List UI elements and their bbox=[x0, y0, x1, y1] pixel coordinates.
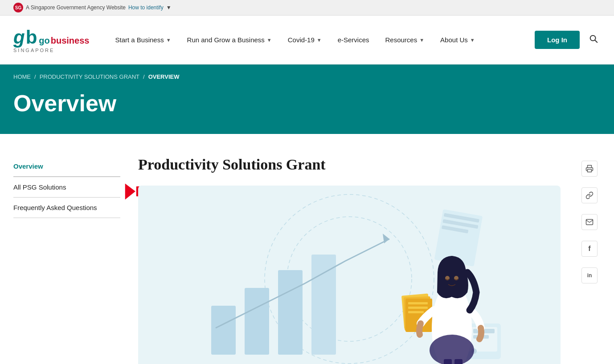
sg-logo: SG bbox=[13, 3, 23, 12]
sidebar: Overview All PSG Solutions Frequently As… bbox=[13, 156, 120, 218]
email-button[interactable] bbox=[581, 214, 598, 230]
sidebar-item-overview[interactable]: Overview bbox=[13, 156, 120, 177]
content-area: Productivity Solutions Grant bbox=[138, 156, 561, 364]
main-content: Overview All PSG Solutions Frequently As… bbox=[0, 134, 614, 364]
search-button[interactable] bbox=[586, 32, 601, 48]
chevron-down-icon: ▼ bbox=[419, 37, 424, 43]
social-sidebar: f in bbox=[578, 156, 601, 364]
gov-bar: SG A Singapore Government Agency Website… bbox=[0, 0, 614, 16]
chevron-down-icon: ▼ bbox=[166, 37, 171, 43]
linkedin-icon: in bbox=[587, 272, 592, 279]
hero-banner: HOME / PRODUCTIVITY SOLUTIONS GRANT / OV… bbox=[0, 65, 614, 134]
svg-line-1 bbox=[595, 40, 597, 42]
logo-word1: go bbox=[39, 35, 49, 46]
svg-rect-10 bbox=[245, 288, 269, 355]
svg-rect-27 bbox=[408, 302, 428, 304]
linkedin-button[interactable]: in bbox=[581, 267, 598, 283]
svg-rect-38 bbox=[588, 170, 592, 172]
breadcrumb-current: OVERVIEW bbox=[148, 73, 180, 80]
login-button[interactable]: Log In bbox=[535, 31, 580, 49]
breadcrumb-sep-2: / bbox=[143, 73, 145, 80]
copy-link-button[interactable] bbox=[581, 187, 598, 203]
sidebar-item-all-psg[interactable]: All PSG Solutions bbox=[13, 177, 120, 198]
chevron-down-icon: ▼ bbox=[470, 37, 475, 43]
nav-eservices[interactable]: e-Services bbox=[330, 16, 377, 65]
breadcrumb-home[interactable]: HOME bbox=[13, 73, 31, 80]
header: g b gobusiness SINGAPORE Start a Busines… bbox=[0, 16, 614, 65]
chevron-down-icon: ▼ bbox=[267, 37, 272, 43]
svg-rect-29 bbox=[408, 311, 424, 313]
illustration-svg bbox=[138, 186, 561, 364]
svg-rect-28 bbox=[408, 307, 428, 309]
facebook-icon: f bbox=[588, 245, 590, 253]
search-icon bbox=[589, 34, 598, 44]
nav-run-grow[interactable]: Run and Grow a Business ▼ bbox=[179, 16, 280, 65]
svg-rect-9 bbox=[211, 306, 236, 355]
logo-word2: business bbox=[51, 35, 90, 46]
facebook-button[interactable]: f bbox=[581, 241, 598, 257]
content-title: Productivity Solutions Grant bbox=[138, 156, 561, 173]
breadcrumb-sep-1: / bbox=[34, 73, 36, 80]
svg-rect-37 bbox=[454, 359, 463, 364]
logo-link[interactable]: g b gobusiness SINGAPORE bbox=[13, 26, 89, 54]
nav-actions: Log In bbox=[535, 31, 601, 49]
logo-sub: SINGAPORE bbox=[13, 48, 89, 53]
nav-resources[interactable]: Resources ▼ bbox=[377, 16, 433, 65]
content-image bbox=[138, 186, 561, 364]
print-button[interactable] bbox=[581, 161, 598, 177]
svg-marker-3 bbox=[125, 183, 136, 200]
chevron-down-icon: ▼ bbox=[166, 4, 172, 11]
nav-start-business[interactable]: Start a Business ▼ bbox=[107, 16, 179, 65]
gov-text: A Singapore Government Agency Website bbox=[26, 4, 126, 11]
page-title: Overview bbox=[13, 91, 601, 116]
chevron-down-icon: ▼ bbox=[317, 37, 322, 43]
nav-covid[interactable]: Covid-19 ▼ bbox=[280, 16, 330, 65]
svg-rect-11 bbox=[278, 270, 303, 355]
main-nav: Start a Business ▼ Run and Grow a Busine… bbox=[107, 16, 535, 65]
print-icon bbox=[585, 165, 594, 173]
email-icon bbox=[585, 218, 594, 226]
svg-rect-12 bbox=[311, 255, 336, 355]
breadcrumb-psg[interactable]: PRODUCTIVITY SOLUTIONS GRANT bbox=[40, 73, 139, 80]
nav-about-us[interactable]: About Us ▼ bbox=[432, 16, 483, 65]
link-icon bbox=[585, 191, 594, 199]
logo-g: g bbox=[13, 26, 25, 49]
sidebar-item-faq[interactable]: Frequently Asked Questions bbox=[13, 198, 120, 218]
breadcrumb: HOME / PRODUCTIVITY SOLUTIONS GRANT / OV… bbox=[13, 73, 601, 80]
logo-b: b bbox=[26, 26, 37, 49]
identify-link[interactable]: How to identify bbox=[128, 4, 164, 11]
svg-rect-36 bbox=[444, 359, 452, 364]
